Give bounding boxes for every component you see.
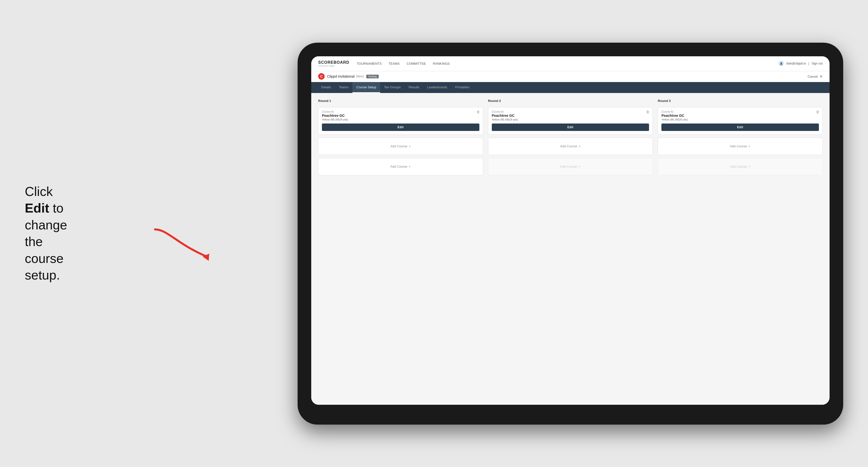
round-2-course-label: (Course A) bbox=[492, 111, 649, 113]
round-1-title: Round 1 bbox=[318, 99, 483, 103]
tablet-screen: SCOREBOARD Powered by clippd TOURNAMENTS… bbox=[311, 56, 830, 405]
round-2-course-name: Peachtree GC bbox=[492, 114, 649, 118]
tablet-device: SCOREBOARD Powered by clippd TOURNAMENTS… bbox=[298, 43, 843, 425]
nav-rankings[interactable]: RANKINGS bbox=[433, 61, 450, 66]
logo-subtitle: Powered by clippd bbox=[318, 65, 349, 67]
round-2-add-course-label-2: Add Course bbox=[560, 165, 577, 168]
nav-teams[interactable]: TEAMS bbox=[389, 61, 400, 66]
nav-separator: | bbox=[808, 62, 809, 65]
round-1-column: Round 1 🗑 (Course A) Peachtree GC Yellow… bbox=[318, 99, 483, 175]
round-1-course-name: Peachtree GC bbox=[322, 114, 479, 118]
round-1-course-details: Yellow (M) (6629 yds) bbox=[322, 118, 479, 121]
top-nav-right: 👤 blair@clippd.io | Sign out bbox=[778, 61, 823, 66]
user-email: blair@clippd.io bbox=[786, 62, 806, 65]
round-3-course-details: Yellow (M) (6629 yds) bbox=[661, 118, 819, 121]
tab-leaderboards[interactable]: Leaderboards bbox=[423, 82, 451, 93]
round-1-add-course-label-1: Add Course bbox=[390, 144, 407, 148]
round-3-plus-icon-1: + bbox=[748, 144, 750, 149]
tab-bar: Details Teams Course Setup Tee Groups Re… bbox=[311, 82, 830, 93]
round-1-plus-icon-2: + bbox=[408, 164, 411, 169]
round-3-add-course-2: Add Course + bbox=[658, 158, 823, 175]
tab-results[interactable]: Results bbox=[405, 82, 423, 93]
round-2-add-course-label-1: Add Course bbox=[560, 144, 577, 148]
round-1-add-course-1[interactable]: Add Course + bbox=[318, 138, 483, 155]
round-2-edit-button[interactable]: Edit bbox=[492, 124, 649, 131]
tournament-badge: Hosting bbox=[366, 75, 379, 79]
round-3-course-name: Peachtree GC bbox=[661, 114, 819, 118]
sign-out-link[interactable]: Sign out bbox=[812, 62, 823, 65]
cancel-x-button[interactable]: ✕ bbox=[819, 74, 823, 79]
round-1-course-card: 🗑 (Course A) Peachtree GC Yellow (M) (66… bbox=[318, 107, 483, 135]
arrow-pointer bbox=[148, 224, 217, 269]
round-3-plus-icon-2: + bbox=[748, 164, 750, 169]
round-2-delete-icon[interactable]: 🗑 bbox=[646, 110, 650, 114]
round-3-add-course-label-2: Add Course bbox=[730, 165, 747, 168]
tournament-bar: C Clippd Invitational (Men) Hosting Canc… bbox=[311, 71, 830, 82]
cancel-button[interactable]: Cancel bbox=[808, 75, 818, 79]
tab-printables[interactable]: Printables bbox=[451, 82, 473, 93]
rounds-container: Round 1 🗑 (Course A) Peachtree GC Yellow… bbox=[318, 99, 823, 175]
round-3-add-course-label-1: Add Course bbox=[730, 144, 747, 148]
round-3-edit-button[interactable]: Edit bbox=[661, 124, 819, 131]
round-2-add-course-2: Add Course + bbox=[488, 158, 653, 175]
round-2-plus-icon-1: + bbox=[578, 144, 581, 149]
round-3-course-label: (Course A) bbox=[661, 111, 819, 113]
scoreboard-logo: SCOREBOARD Powered by clippd bbox=[318, 60, 349, 67]
tournament-bar-right: Cancel ✕ bbox=[808, 74, 823, 79]
round-3-column: Round 3 🗑 (Course A) Peachtree GC Yellow… bbox=[658, 99, 823, 175]
round-3-course-card: 🗑 (Course A) Peachtree GC Yellow (M) (66… bbox=[658, 107, 823, 135]
tab-course-setup[interactable]: Course Setup bbox=[352, 82, 380, 93]
round-3-add-course-1[interactable]: Add Course + bbox=[658, 138, 823, 155]
nav-committee[interactable]: COMMITTEE bbox=[407, 61, 426, 66]
round-2-course-details: Yellow (M) (6629 yds) bbox=[492, 118, 649, 121]
nav-tournaments[interactable]: TOURNAMENTS bbox=[357, 61, 382, 66]
round-1-add-course-label-2: Add Course bbox=[390, 165, 407, 168]
round-1-add-course-2[interactable]: Add Course + bbox=[318, 158, 483, 175]
round-2-add-course-1[interactable]: Add Course + bbox=[488, 138, 653, 155]
main-content: Round 1 🗑 (Course A) Peachtree GC Yellow… bbox=[311, 93, 830, 405]
instruction-text: Click Edit tochange thecourse setup. bbox=[25, 183, 67, 284]
tournament-type: (Men) bbox=[356, 75, 364, 78]
svg-marker-0 bbox=[203, 251, 212, 261]
round-1-edit-button[interactable]: Edit bbox=[322, 124, 479, 131]
round-1-delete-icon[interactable]: 🗑 bbox=[476, 110, 480, 114]
instruction-bold: Edit bbox=[25, 201, 49, 215]
user-avatar: 👤 bbox=[778, 61, 784, 66]
round-2-title: Round 2 bbox=[488, 99, 653, 103]
round-2-column: Round 2 🗑 (Course A) Peachtree GC Yellow… bbox=[488, 99, 653, 175]
round-1-course-label: (Course A) bbox=[322, 111, 479, 113]
round-3-title: Round 3 bbox=[658, 99, 823, 103]
tournament-logo: C bbox=[318, 73, 324, 80]
round-2-plus-icon-2: + bbox=[578, 164, 581, 169]
round-3-delete-icon[interactable]: 🗑 bbox=[816, 110, 819, 114]
tab-teams[interactable]: Teams bbox=[335, 82, 352, 93]
logo-title: SCOREBOARD bbox=[318, 60, 349, 65]
top-navigation: SCOREBOARD Powered by clippd TOURNAMENTS… bbox=[311, 56, 830, 71]
nav-links: TOURNAMENTS TEAMS COMMITTEE RANKINGS bbox=[357, 61, 778, 66]
tab-tee-groups[interactable]: Tee Groups bbox=[380, 82, 405, 93]
round-1-plus-icon-1: + bbox=[408, 144, 411, 149]
tab-details[interactable]: Details bbox=[317, 82, 335, 93]
round-2-course-card: 🗑 (Course A) Peachtree GC Yellow (M) (66… bbox=[488, 107, 653, 135]
tournament-name: Clippd Invitational bbox=[327, 74, 354, 79]
